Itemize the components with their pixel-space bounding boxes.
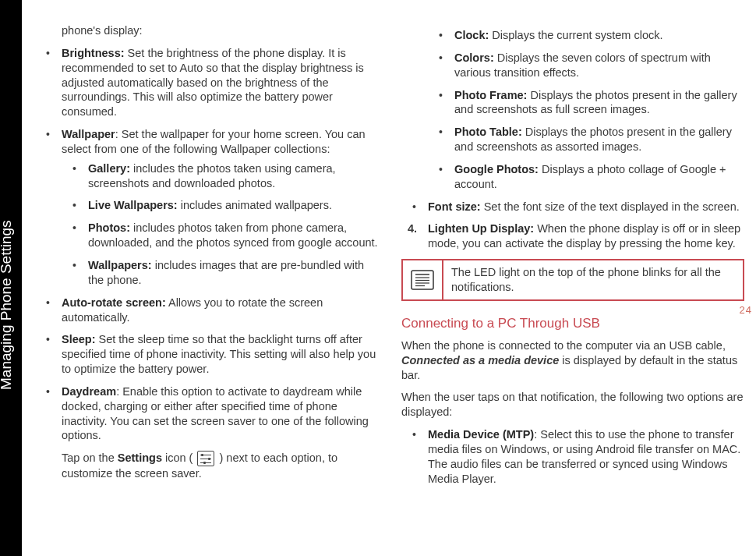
item-label: Font size:: [428, 200, 481, 213]
tap-pre: Tap on the: [62, 452, 118, 464]
tap-bold: Settings: [118, 452, 162, 464]
numbered-list: 4. Lighten Up Display: When the phone di…: [401, 221, 744, 251]
content: phone's display: Brightness: Set the bri…: [35, 23, 744, 538]
note-icon-cell: [403, 265, 442, 295]
page: Managing Phone Settings phone's display:…: [0, 0, 756, 556]
wallpaper-sublist: Gallery: includes the photos taken using…: [62, 161, 378, 288]
list-item: Wallpapers: includes images that are pre…: [88, 258, 378, 288]
list-item: Media Device (MTP): Select this to use t…: [428, 427, 744, 486]
continued-fragment: phone's display:: [35, 23, 378, 38]
section-title: Connecting to a PC Through USB: [401, 315, 744, 332]
item-label: Live Wallpapers:: [88, 199, 178, 211]
item-label: Colors:: [454, 51, 494, 64]
item-label: Wallpapers:: [88, 259, 152, 271]
list-item: Daydream: Enable this option to activate…: [62, 384, 378, 443]
list-item: Photo Frame: Displays the photos present…: [454, 88, 744, 118]
bullet-list-right: Font size: Set the font size of the text…: [401, 200, 744, 214]
note-box: The LED light on the top of the phone bl…: [401, 259, 744, 301]
step-number: 4.: [408, 221, 417, 236]
usb-para-2: When the user taps on that notification,…: [401, 390, 744, 420]
usb-options: Media Device (MTP): Select this to use t…: [401, 427, 744, 486]
list-item: Sleep: Set the sleep time so that the ba…: [62, 332, 378, 377]
usb-para-1: When the phone is connected to the compu…: [401, 338, 744, 383]
item-label: Sleep:: [62, 333, 96, 345]
list-item: Auto-rotate screen: Allows you to rotate…: [62, 296, 378, 325]
item-label: Google Photos:: [454, 163, 539, 175]
item-label: Lighten Up Display:: [428, 222, 534, 235]
p1-pre: When the phone is connected to the compu…: [401, 339, 726, 352]
item-label: Auto-rotate screen:: [62, 296, 166, 309]
item-label: Photos:: [88, 221, 130, 234]
list-item: Colors: Displays the seven colors of spe…: [454, 51, 744, 80]
note-icon: [411, 270, 434, 290]
list-item: Wallpaper: Set the wallpaper for your ho…: [62, 127, 378, 288]
list-item: Font size: Set the font size of the text…: [428, 200, 744, 214]
p1-bold: Connected as a media device: [401, 354, 559, 367]
item-label: Gallery:: [88, 162, 130, 175]
list-item: Google Photos: Displays a photo collage …: [454, 162, 744, 192]
list-item: Live Wallpapers: includes animated wallp…: [88, 198, 378, 213]
list-item: 4. Lighten Up Display: When the phone di…: [428, 221, 744, 251]
list-item: Gallery: includes the photos taken using…: [88, 161, 378, 191]
rail-title: Managing Phone Settings: [0, 220, 15, 390]
page-number: 24: [740, 304, 752, 317]
item-text: Set the sleep time so that the backlight…: [62, 333, 376, 375]
settings-icon: [197, 451, 214, 466]
item-label: Brightness:: [62, 47, 125, 59]
list-item: Brightness: Set the brightness of the ph…: [62, 46, 378, 119]
list-item: Photos: includes photos taken from phone…: [88, 221, 378, 250]
bullet-list-left: Brightness: Set the brightness of the ph…: [35, 46, 378, 443]
tap-mid: icon (: [162, 452, 196, 464]
tap-instruction: Tap on the Settings icon ( ) next to eac…: [35, 451, 378, 481]
item-label: Photo Frame:: [454, 89, 527, 101]
note-text: The LED light on the top of the phone bl…: [442, 260, 743, 299]
list-item: Photo Table: Displays the photos present…: [454, 125, 744, 154]
left-rail: Managing Phone Settings: [0, 0, 22, 556]
item-label: Daydream: [62, 385, 116, 398]
item-label: Wallpaper: [62, 128, 115, 140]
list-item: Clock: Displays the current system clock…: [454, 28, 744, 43]
item-text: Set the font size of the text displayed …: [481, 200, 740, 213]
item-label: Photo Table:: [454, 126, 522, 138]
daydream-options: Clock: Displays the current system clock…: [401, 28, 744, 192]
item-text: Displays the current system clock.: [489, 29, 662, 41]
item-text: includes photos taken from phone camera,…: [88, 221, 378, 249]
item-label: Clock:: [454, 29, 489, 41]
item-text: includes animated wallpapers.: [178, 199, 332, 211]
right-column: 24 Clock: Displays the current system cl…: [401, 23, 744, 538]
left-column: phone's display: Brightness: Set the bri…: [35, 23, 378, 538]
item-label: Media Device (MTP): [428, 428, 534, 441]
